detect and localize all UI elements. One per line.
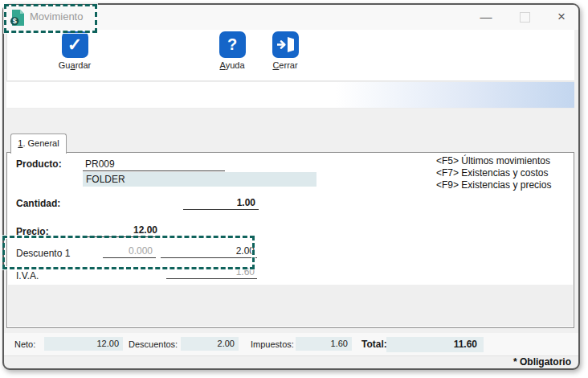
required-note: * Obligatorio [513,356,571,368]
screenshot-root: $ Movimiento — × ✓ Guardar ? Ayuda [0,0,588,378]
iva-label: I.V.A. [16,270,39,281]
save-check-icon: ✓ [62,31,88,58]
maximize-button[interactable] [512,7,537,27]
header-gradient-band [6,81,574,109]
hotkey-f7: <F7> Existencias y costos [436,167,551,179]
guardar-button[interactable]: ✓ Guardar [47,31,102,76]
guardar-button-label: Guardar [59,60,91,70]
impuestos-label: Impuestos: [251,339,294,349]
panel-bottom-filler [8,285,573,327]
producto-code-field[interactable]: PR009 [83,158,225,171]
hotkey-f5: <F5> Últimos movimientos [436,155,551,167]
descuentos-label: Descuentos: [129,339,178,349]
ayuda-button[interactable]: ? Ayuda [205,31,259,76]
exit-door-icon [272,31,299,58]
total-label: Total: [361,339,387,350]
neto-label: Neto: [14,339,35,349]
cerrar-button[interactable]: Cerrar [258,31,312,76]
movimiento-window: $ Movimiento — × ✓ Guardar ? Ayuda [2,3,580,370]
producto-description-field: FOLDER [83,172,316,187]
hotkey-hints: <F5> Últimos movimientos <F7> Existencia… [436,155,551,191]
tab-general[interactable]: 1. General [10,134,67,154]
neto-value: 12.00 [44,337,123,351]
cerrar-button-label: Cerrar [272,60,297,70]
hotkey-f9: <F9> Existencias y precios [436,179,551,191]
minimize-button[interactable]: — [474,7,498,27]
cantidad-label: Cantidad: [16,198,60,209]
cantidad-field[interactable]: 1.00 [183,196,259,210]
ayuda-button-label: Ayuda [220,60,245,70]
maximize-icon [520,12,530,23]
descuentos-value: 2.00 [181,337,239,351]
annotation-box-title [4,4,97,33]
impuestos-value: 1.60 [296,337,352,351]
help-icon: ? [219,31,246,58]
producto-label: Producto: [16,158,62,170]
total-value: 11.60 [386,337,484,352]
close-button[interactable]: × [549,7,574,27]
annotation-box-descuento [2,236,255,269]
